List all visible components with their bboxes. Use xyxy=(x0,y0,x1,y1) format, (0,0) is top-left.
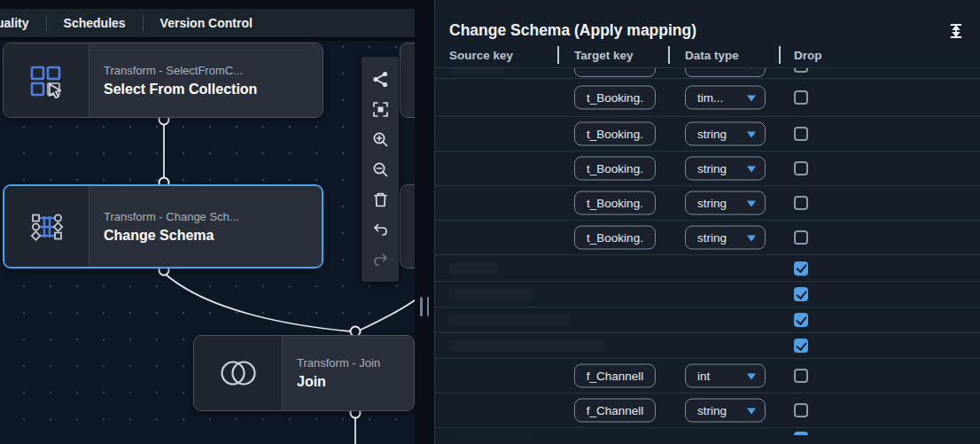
drop-checkbox[interactable] xyxy=(794,68,808,73)
chevron-down-icon xyxy=(747,167,756,173)
data-type-value: string xyxy=(697,404,727,417)
drop-checkbox[interactable] xyxy=(794,127,808,141)
drop-checkbox[interactable] xyxy=(794,339,808,353)
target-key-field[interactable]: t_Booking. xyxy=(574,191,656,215)
data-type-value: string xyxy=(697,197,727,210)
node-select-from-collection[interactable]: Transform - SelectFromC... Select From C… xyxy=(3,43,323,118)
node-subtitle: Transform - SelectFromC... xyxy=(104,64,323,77)
table-row xyxy=(435,428,980,435)
col-drop: Drop xyxy=(794,49,822,62)
node-text: Transform - SelectFromC... Select From C… xyxy=(89,43,323,117)
redacted-source-text xyxy=(449,315,569,326)
share-icon[interactable] xyxy=(365,64,395,94)
chevron-down-icon xyxy=(747,201,756,207)
table-row: t_Booking.string xyxy=(435,152,980,186)
node-text: Transform - Change Sch... Change Schema xyxy=(89,186,322,267)
target-key-field[interactable] xyxy=(574,68,656,77)
data-type-select[interactable]: string xyxy=(685,122,766,146)
join-venn-icon xyxy=(194,336,283,410)
target-key-field[interactable]: t_Booking. xyxy=(574,226,656,250)
tab-separator xyxy=(143,15,144,31)
tab-separator xyxy=(46,15,47,31)
chevron-down-icon xyxy=(747,96,756,102)
target-key-field[interactable]: t_Booking. xyxy=(574,122,656,146)
editor-left-region: uality Schedules Version Control xyxy=(0,0,415,444)
table-row xyxy=(435,282,980,308)
editor-tab-bar: uality Schedules Version Control xyxy=(0,9,415,39)
chevron-down-icon xyxy=(747,132,756,138)
zoom-out-icon[interactable] xyxy=(365,154,395,184)
target-key-field[interactable]: f_Channell xyxy=(574,364,656,388)
tab-version-control[interactable]: Version Control xyxy=(160,16,253,30)
col-source-key: Source key xyxy=(449,49,513,62)
drop-checkbox[interactable] xyxy=(794,432,808,435)
target-key-field[interactable]: f_Channell xyxy=(574,399,656,423)
job-graph-canvas[interactable]: Transform - SelectFromC... Select From C… xyxy=(0,41,415,444)
data-type-select[interactable]: tim... xyxy=(685,86,766,110)
column-separator xyxy=(668,46,670,64)
drop-checkbox[interactable] xyxy=(794,313,808,327)
app-window: uality Schedules Version Control xyxy=(0,0,980,444)
redacted-source-text xyxy=(449,340,604,352)
data-type-select[interactable]: string xyxy=(685,399,766,423)
redacted-source-text xyxy=(449,262,498,274)
table-row: f_Channellint xyxy=(435,359,980,393)
drop-checkbox[interactable] xyxy=(794,161,808,175)
data-type-select[interactable]: string xyxy=(685,226,766,250)
drop-checkbox[interactable] xyxy=(794,261,808,276)
data-type-select[interactable]: string xyxy=(685,191,766,215)
table-row: f_Channellstring xyxy=(435,393,980,428)
table-row: t_Booking.string xyxy=(435,221,980,255)
redacted-source-text xyxy=(449,68,504,74)
schema-mapping-icon xyxy=(4,186,89,267)
data-type-select[interactable] xyxy=(685,68,766,77)
data-type-select[interactable]: int xyxy=(685,364,766,388)
panel-title: Change Schema (Apply mapping) xyxy=(449,21,696,40)
chevron-down-icon xyxy=(747,68,756,69)
collection-grid-cursor-icon xyxy=(4,43,89,117)
col-target-key: Target key xyxy=(574,49,634,62)
mapping-rows: t_Booking.tim...t_Booking.stringt_Bookin… xyxy=(435,67,980,435)
tab-schedules[interactable]: Schedules xyxy=(64,16,126,30)
data-type-select[interactable]: string xyxy=(685,157,766,181)
panel-gap xyxy=(415,0,434,444)
data-type-value: int xyxy=(697,370,710,383)
drop-checkbox[interactable] xyxy=(794,287,808,301)
chevron-down-icon xyxy=(747,236,756,242)
clipped-node-partial[interactable] xyxy=(400,184,415,269)
node-change-schema[interactable]: Transform - Change Sch... Change Schema xyxy=(3,184,323,269)
drop-checkbox[interactable] xyxy=(794,369,808,383)
node-label: Change Schema xyxy=(104,228,322,244)
fit-view-icon[interactable] xyxy=(365,94,395,124)
edge-changeschema-to-join xyxy=(164,273,352,331)
tab-data-quality[interactable]: uality xyxy=(0,16,29,30)
trash-icon[interactable] xyxy=(365,184,395,214)
drop-checkbox[interactable] xyxy=(794,403,808,417)
chevron-down-icon xyxy=(747,374,756,380)
undo-icon[interactable] xyxy=(365,214,395,245)
redo-icon[interactable] xyxy=(365,245,395,275)
node-text: Transform - Join Join xyxy=(283,336,414,410)
drop-checkbox[interactable] xyxy=(794,196,808,210)
col-data-type: Data type xyxy=(685,49,739,62)
node-label: Select From Collection xyxy=(104,82,323,97)
data-type-value: string xyxy=(697,162,727,175)
chevron-down-icon xyxy=(747,409,756,415)
drop-checkbox[interactable] xyxy=(794,230,808,245)
node-join[interactable]: Transform - Join Join xyxy=(193,335,415,411)
mapping-table-header: Source key Target key Data type Drop xyxy=(435,46,980,67)
node-subtitle: Transform - Change Sch... xyxy=(104,210,322,223)
panel-resize-handle[interactable] xyxy=(420,297,429,316)
zoom-in-icon[interactable] xyxy=(365,124,395,154)
clipped-node-partial[interactable] xyxy=(400,43,415,118)
drop-checkbox[interactable] xyxy=(794,90,808,105)
target-key-field[interactable]: t_Booking. xyxy=(574,157,656,181)
change-schema-panel: Change Schema (Apply mapping) Source key… xyxy=(434,0,980,444)
table-row xyxy=(435,255,980,282)
redacted-source-text xyxy=(449,289,533,300)
table-row xyxy=(435,68,980,79)
data-type-value: string xyxy=(697,128,727,141)
column-separator xyxy=(557,46,559,64)
vertical-collapse-icon[interactable] xyxy=(948,23,964,39)
target-key-field[interactable]: t_Booking. xyxy=(574,86,656,110)
